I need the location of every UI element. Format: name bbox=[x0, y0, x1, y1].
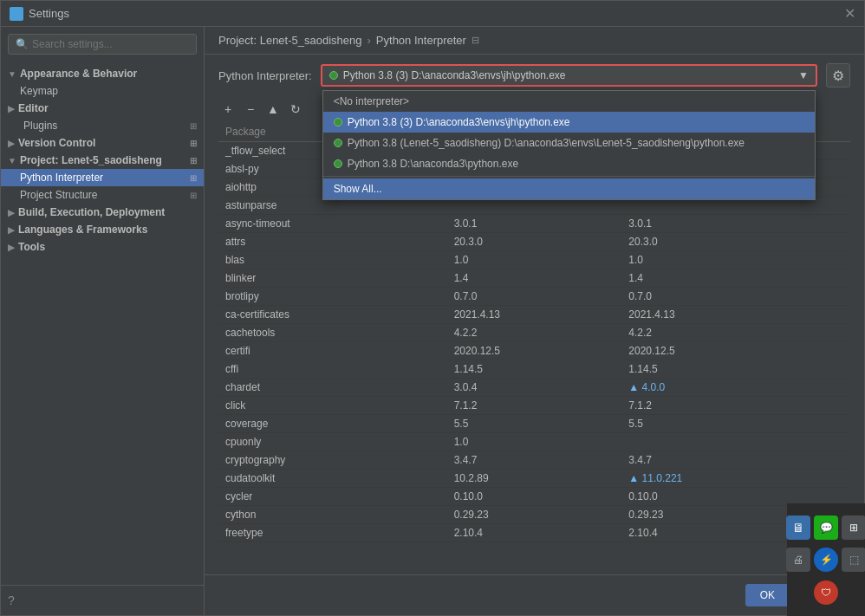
upgrade-arrow: ▲ bbox=[628, 472, 641, 484]
sidebar-item-languages[interactable]: ▶ Languages & Frameworks bbox=[1, 221, 204, 238]
ok-button[interactable]: OK bbox=[745, 584, 790, 606]
dropdown-divider bbox=[323, 176, 815, 177]
footer: OK Canc bbox=[205, 574, 864, 615]
sidebar-item-label: Keymap bbox=[20, 85, 58, 97]
table-row[interactable]: coverage5.55.5 bbox=[218, 415, 850, 433]
package-version: 1.14.5 bbox=[447, 360, 622, 379]
sidebar-item-tools[interactable]: ▶ Tools bbox=[1, 238, 204, 256]
interpreter-status-dot bbox=[329, 71, 338, 80]
taskbar-icon-bluetooth[interactable]: ⚡ bbox=[814, 548, 838, 572]
interpreter-dropdown[interactable]: Python 3.8 (3) D:\anaconda3\envs\jh\pyth… bbox=[321, 64, 817, 87]
table-row[interactable]: brotlipy0.7.00.7.0 bbox=[218, 288, 850, 306]
table-row[interactable]: cycler0.10.00.10.0 bbox=[218, 488, 850, 506]
table-row[interactable]: certifi2020.12.52020.12.5 bbox=[218, 342, 850, 360]
wechat-icon: 💬 bbox=[820, 522, 833, 534]
sidebar-item-build[interactable]: ▶ Build, Execution, Deployment bbox=[1, 204, 204, 221]
settings-window: Settings ✕ 🔍 ▼ Appearance & Behavior Key… bbox=[0, 0, 865, 616]
taskbar-row-1: 🖥 💬 ⊞ bbox=[786, 515, 865, 540]
status-dot bbox=[334, 159, 342, 168]
taskbar-icon-security[interactable]: 🛡 bbox=[814, 580, 838, 605]
copy-icon: ⬚ bbox=[849, 554, 859, 566]
table-row[interactable]: cryptography3.4.73.4.7 bbox=[218, 451, 850, 470]
package-name: blas bbox=[218, 251, 447, 269]
sidebar-item-project[interactable]: ▼ Project: Lenet-5_saodisheng ⊞ bbox=[1, 152, 204, 169]
taskbar-icons: 🖥 💬 ⊞ 🖨 ⚡ ⬚ 🛡 bbox=[787, 503, 865, 616]
package-name: cudatoolkit bbox=[218, 470, 447, 488]
taskbar-icon-wechat[interactable]: 💬 bbox=[814, 515, 838, 540]
package-name: cachetools bbox=[218, 324, 447, 342]
sidebar-item-project-structure[interactable]: Project Structure ⊞ bbox=[1, 186, 204, 204]
interpreter-area: Python Interpreter: Python 3.8 (3) D:\an… bbox=[205, 55, 864, 96]
package-name: certifi bbox=[218, 342, 447, 360]
table-row[interactable]: cffi1.14.51.14.5 bbox=[218, 360, 850, 379]
table-row[interactable]: click7.1.27.1.2 bbox=[218, 397, 850, 415]
refresh-packages-button[interactable]: ↻ bbox=[286, 100, 305, 119]
package-name: attrs bbox=[218, 233, 447, 251]
search-input[interactable] bbox=[32, 38, 189, 50]
taskbar-row-2: 🖨 ⚡ ⬚ bbox=[786, 548, 865, 572]
sidebar-item-plugins[interactable]: Plugins ⊞ bbox=[1, 117, 204, 134]
printer-icon: 🖨 bbox=[793, 554, 803, 566]
sidebar-item-keymap[interactable]: Keymap bbox=[1, 82, 204, 100]
interpreter-dropdown-popup: <No interpreter> Python 3.8 (3) D:\anaco… bbox=[322, 90, 816, 200]
help-button[interactable]: ? bbox=[8, 593, 15, 607]
search-icon: 🔍 bbox=[16, 38, 29, 50]
table-row[interactable]: attrs20.3.020.3.0 bbox=[218, 233, 850, 251]
package-version: 1.4 bbox=[447, 269, 622, 288]
package-latest-version: ▲ 4.0.0 bbox=[621, 379, 850, 397]
table-row[interactable]: chardet3.0.4▲ 4.0.0 bbox=[218, 379, 850, 397]
interpreter-option-3[interactable]: Python 3.8 D:\anaconda3\python.exe bbox=[323, 153, 815, 174]
sidebar-item-appearance[interactable]: ▼ Appearance & Behavior bbox=[1, 65, 204, 82]
taskbar-icon-copy[interactable]: ⬚ bbox=[842, 548, 865, 572]
upgrade-package-button[interactable]: ▲ bbox=[263, 100, 283, 119]
show-all-option[interactable]: Show All... bbox=[323, 178, 815, 199]
sidebar-item-label: Project: Lenet-5_saodisheng bbox=[20, 154, 162, 166]
taskbar-icon-print[interactable]: 🖨 bbox=[786, 548, 810, 572]
package-name: coverage bbox=[218, 415, 447, 433]
taskbar-icon-grid[interactable]: ⊞ bbox=[842, 515, 865, 540]
breadcrumb-project: Project: Lenet-5_saodisheng bbox=[218, 34, 362, 47]
package-name: async-timeout bbox=[218, 215, 447, 233]
sidebar-item-vcs[interactable]: ▶ Version Control ⊞ bbox=[1, 134, 204, 152]
status-dot bbox=[334, 118, 342, 126]
interpreter-option-label: Python 3.8 D:\anaconda3\python.exe bbox=[348, 158, 518, 170]
package-latest-version: 1.14.5 bbox=[621, 360, 850, 379]
table-row[interactable]: blinker1.41.4 bbox=[218, 269, 850, 288]
table-row[interactable]: cudatoolkit10.2.89▲ 11.0.221 bbox=[218, 470, 850, 488]
sidebar-item-python-interpreter[interactable]: Python Interpreter ⊞ bbox=[1, 169, 204, 186]
sidebar-item-label: Appearance & Behavior bbox=[20, 68, 137, 80]
package-version: 2020.12.5 bbox=[447, 342, 622, 360]
table-row[interactable]: ca-certificates2021.4.132021.4.13 bbox=[218, 306, 850, 324]
package-version: 0.7.0 bbox=[447, 288, 622, 306]
package-version: 2.10.4 bbox=[447, 524, 622, 542]
table-row[interactable]: freetype2.10.42.10.4 bbox=[218, 524, 850, 542]
sidebar-item-label: Project Structure bbox=[20, 189, 97, 201]
table-row[interactable]: cython0.29.230.29.23 bbox=[218, 506, 850, 524]
no-interpreter-option[interactable]: <No interpreter> bbox=[323, 91, 815, 112]
search-box[interactable]: 🔍 bbox=[8, 34, 197, 55]
interpreter-option-2[interactable]: Python 3.8 (Lenet-5_saodisheng) D:\anaco… bbox=[323, 133, 815, 153]
dropdown-arrow-icon: ▼ bbox=[798, 69, 809, 81]
taskbar-icon-monitor[interactable]: 🖥 bbox=[786, 515, 810, 540]
remove-package-button[interactable]: − bbox=[241, 100, 260, 119]
main-content: 🔍 ▼ Appearance & Behavior Keymap ▶ Edito… bbox=[1, 27, 864, 615]
interpreter-label: Python Interpreter: bbox=[218, 69, 312, 82]
sidebar-item-label: Build, Execution, Deployment bbox=[18, 206, 165, 218]
add-package-button[interactable]: + bbox=[218, 100, 237, 119]
no-interpreter-label: <No interpreter> bbox=[334, 95, 409, 107]
sidebar-item-label: Python Interpreter bbox=[20, 172, 103, 184]
package-latest-version bbox=[621, 433, 850, 451]
close-button[interactable]: ✕ bbox=[844, 5, 855, 22]
interpreter-option-1[interactable]: Python 3.8 (3) D:\anaconda3\envs\jh\pyth… bbox=[323, 112, 815, 133]
sidebar-item-editor[interactable]: ▶ Editor bbox=[1, 100, 204, 117]
expand-arrow: ▼ bbox=[8, 69, 16, 79]
table-row[interactable]: blas1.01.0 bbox=[218, 251, 850, 269]
sidebar-item-label: Version Control bbox=[18, 137, 95, 149]
table-row[interactable]: cachetools4.2.24.2.2 bbox=[218, 324, 850, 342]
sidebar-item-label: Tools bbox=[18, 241, 45, 253]
package-version: 7.1.2 bbox=[447, 397, 622, 415]
table-row[interactable]: cpuonly1.0 bbox=[218, 433, 850, 451]
package-latest-version: 1.0 bbox=[621, 251, 850, 269]
interpreter-settings-button[interactable]: ⚙ bbox=[826, 63, 850, 88]
table-row[interactable]: async-timeout3.0.13.0.1 bbox=[218, 215, 850, 233]
